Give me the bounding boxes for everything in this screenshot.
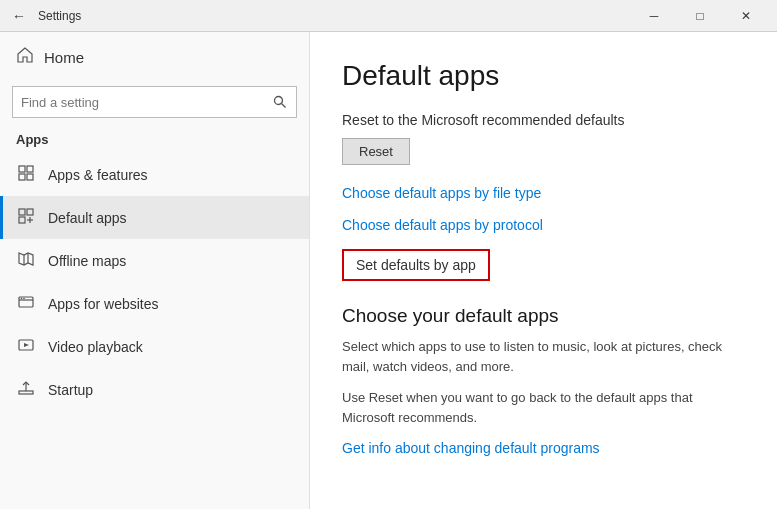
sidebar-item-offline-maps[interactable]: Offline maps [0,239,309,282]
content-area: Default apps Reset to the Microsoft reco… [310,32,777,509]
sidebar-section-label: Apps [0,128,309,153]
protocol-link[interactable]: Choose default apps by protocol [342,217,745,233]
search-icon-button[interactable] [264,86,296,118]
maximize-button[interactable]: □ [677,0,723,32]
svg-marker-11 [19,253,33,265]
home-icon [16,46,34,68]
svg-point-16 [21,298,23,300]
svg-line-1 [282,104,286,108]
svg-rect-3 [27,166,33,172]
sidebar-item-home[interactable]: Home [0,32,309,82]
sidebar-item-startup[interactable]: Startup [0,368,309,411]
svg-marker-19 [24,343,29,347]
file-type-link[interactable]: Choose default apps by file type [342,185,745,201]
titlebar: ← Settings ─ □ ✕ [0,0,777,32]
svg-rect-20 [19,391,33,394]
svg-rect-4 [19,174,25,180]
startup-label: Startup [48,382,93,398]
sidebar-item-default-apps[interactable]: Default apps [0,196,309,239]
video-playback-icon [16,336,36,357]
search-box[interactable] [12,86,297,118]
svg-point-17 [23,298,25,300]
apps-features-label: Apps & features [48,167,148,183]
app-body: Home Apps Apps & features [0,32,777,509]
apps-websites-icon [16,293,36,314]
get-info-link[interactable]: Get info about changing default programs [342,440,600,456]
offline-maps-label: Offline maps [48,253,126,269]
svg-rect-8 [19,217,25,223]
home-label: Home [44,49,84,66]
svg-rect-6 [19,209,25,215]
close-button[interactable]: ✕ [723,0,769,32]
titlebar-left: ← Settings [8,5,81,27]
svg-point-0 [275,97,283,105]
default-apps-label: Default apps [48,210,127,226]
titlebar-controls: ─ □ ✕ [631,0,769,32]
section-desc-1: Select which apps to use to listen to mu… [342,337,745,376]
back-button[interactable]: ← [8,5,30,27]
apps-websites-label: Apps for websites [48,296,159,312]
svg-rect-5 [27,174,33,180]
default-apps-icon [16,207,36,228]
section-desc-2: Use Reset when you want to go back to th… [342,388,745,427]
reset-description: Reset to the Microsoft recommended defau… [342,112,745,128]
sidebar: Home Apps Apps & features [0,32,310,509]
startup-icon [16,379,36,400]
offline-maps-icon [16,250,36,271]
video-playback-label: Video playback [48,339,143,355]
set-defaults-by-app-box[interactable]: Set defaults by app [342,249,490,281]
reset-button[interactable]: Reset [342,138,410,165]
apps-features-icon [16,164,36,185]
search-input[interactable] [13,95,264,110]
choose-defaults-title: Choose your default apps [342,305,745,327]
minimize-button[interactable]: ─ [631,0,677,32]
sidebar-item-apps-features[interactable]: Apps & features [0,153,309,196]
titlebar-title: Settings [38,9,81,23]
set-defaults-by-app-label: Set defaults by app [356,257,476,273]
sidebar-item-apps-websites[interactable]: Apps for websites [0,282,309,325]
svg-rect-7 [27,209,33,215]
svg-rect-2 [19,166,25,172]
sidebar-item-video-playback[interactable]: Video playback [0,325,309,368]
page-title: Default apps [342,60,745,92]
